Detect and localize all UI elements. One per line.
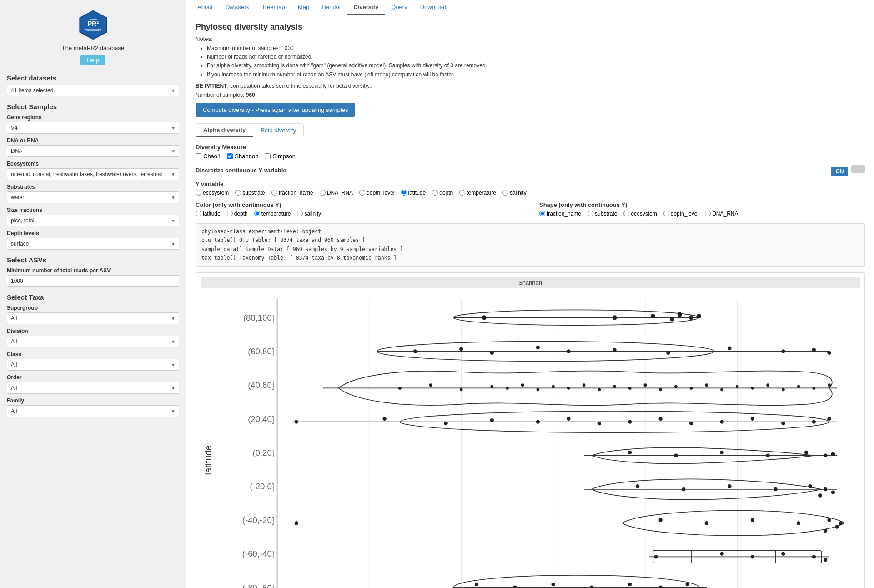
shannon-checkbox-label[interactable]: Shannon bbox=[227, 153, 258, 160]
num-samples-text: Number of samples: 960 bbox=[196, 92, 865, 98]
chao1-checkbox-label[interactable]: Chao1 bbox=[196, 153, 221, 160]
y-salinity-radio[interactable] bbox=[502, 190, 508, 196]
order-label: Order bbox=[7, 374, 179, 381]
tab-treemap[interactable]: Treemap bbox=[255, 0, 291, 15]
shannon-checkbox[interactable] bbox=[227, 153, 233, 159]
svg-text:(0,20]: (0,20] bbox=[252, 448, 274, 457]
tab-barplot[interactable]: Barplot bbox=[316, 0, 347, 15]
shape-fraction-label[interactable]: fraction_name bbox=[539, 211, 581, 217]
min-reads-input[interactable] bbox=[7, 275, 179, 287]
svg-point-108 bbox=[636, 484, 639, 488]
sub-tabs: Alpha diversity Beta diversity bbox=[196, 123, 304, 137]
datasets-select[interactable]: 41 items selected bbox=[7, 85, 179, 96]
y-substrate-radio[interactable] bbox=[235, 190, 241, 196]
svg-point-85 bbox=[382, 417, 386, 421]
chao1-checkbox[interactable] bbox=[196, 153, 201, 159]
y-salinity-label[interactable]: salinity bbox=[502, 190, 527, 196]
svg-point-144 bbox=[685, 583, 689, 586]
y-depth-radio[interactable] bbox=[432, 190, 438, 196]
sub-tab-alpha[interactable]: Alpha diversity bbox=[196, 124, 253, 137]
svg-point-130 bbox=[654, 555, 658, 558]
ecosystems-select[interactable]: oceanic, coastal, freshwater lakes, fres… bbox=[7, 168, 179, 180]
shape-ecosystem-label[interactable]: ecosystem bbox=[623, 211, 657, 217]
y-depth-level-radio[interactable] bbox=[359, 190, 365, 196]
svg-point-118 bbox=[658, 518, 662, 522]
class-label: Class bbox=[7, 351, 179, 357]
y-depth-label[interactable]: depth bbox=[432, 190, 453, 196]
color-depth-radio[interactable] bbox=[227, 211, 233, 216]
class-select[interactable]: All bbox=[7, 359, 179, 371]
y-latitude-radio[interactable] bbox=[401, 190, 407, 196]
svg-point-100 bbox=[628, 451, 632, 454]
shape-ecosystem-radio[interactable] bbox=[623, 211, 629, 216]
dna-rna-select[interactable]: DNA bbox=[7, 145, 179, 157]
svg-point-64 bbox=[567, 387, 570, 390]
division-select[interactable]: All bbox=[7, 336, 179, 347]
toggle-on-button[interactable]: ON bbox=[831, 167, 848, 176]
color-depth-label[interactable]: depth bbox=[227, 211, 248, 217]
substrates-select[interactable]: water bbox=[7, 191, 179, 203]
y-fraction-radio[interactable] bbox=[271, 190, 277, 196]
size-fractions-label: Size fractions bbox=[7, 207, 179, 213]
svg-point-140 bbox=[551, 583, 555, 586]
color-shape-section: Color (only with continuous Y) latitude … bbox=[196, 201, 865, 219]
color-salinity-radio[interactable] bbox=[297, 211, 303, 216]
y-ecosystem-label[interactable]: ecosystem bbox=[196, 190, 229, 196]
supergroup-select[interactable]: All bbox=[7, 312, 179, 324]
simpson-checkbox[interactable] bbox=[265, 153, 271, 159]
svg-point-80 bbox=[812, 387, 815, 390]
tab-query[interactable]: Query bbox=[385, 0, 413, 15]
shape-dna-rna-radio[interactable] bbox=[705, 211, 711, 216]
shape-depth-level-radio[interactable] bbox=[663, 211, 669, 216]
order-select[interactable]: All bbox=[7, 382, 179, 394]
svg-text:(40,60]: (40,60] bbox=[248, 380, 274, 390]
tab-download[interactable]: Download bbox=[414, 0, 453, 15]
svg-point-110 bbox=[728, 484, 731, 488]
family-select[interactable]: All bbox=[7, 405, 179, 417]
shape-fraction-radio[interactable] bbox=[539, 211, 545, 216]
tab-about[interactable]: About bbox=[191, 0, 219, 15]
svg-point-131 bbox=[720, 552, 723, 555]
color-latitude-radio[interactable] bbox=[196, 211, 201, 216]
shape-substrate-radio[interactable] bbox=[588, 211, 593, 216]
help-button[interactable]: Help bbox=[80, 55, 105, 65]
y-fraction-label[interactable]: fraction_name bbox=[271, 190, 313, 196]
gene-regions-select[interactable]: V4 bbox=[7, 122, 179, 134]
family-select-wrapper: All ▼ bbox=[7, 405, 179, 417]
shape-dna-rna-label[interactable]: DNA_RNA bbox=[705, 211, 738, 217]
logo-title: The metaPR2 database bbox=[7, 45, 179, 51]
svg-point-44 bbox=[413, 349, 417, 353]
y-dna-rna-radio[interactable] bbox=[320, 190, 326, 196]
y-temperature-radio[interactable] bbox=[459, 190, 465, 196]
y-substrate-label[interactable]: substrate bbox=[235, 190, 265, 196]
sub-tab-beta[interactable]: Beta diversity bbox=[253, 124, 303, 137]
tab-map[interactable]: Map bbox=[291, 0, 316, 15]
color-temperature-label[interactable]: temperature bbox=[254, 211, 291, 217]
y-ecosystem-radio[interactable] bbox=[196, 190, 201, 196]
toggle-group: ON bbox=[831, 165, 865, 176]
size-fractions-select[interactable]: pico, total bbox=[7, 215, 179, 226]
shape-substrate-label[interactable]: substrate bbox=[588, 211, 617, 217]
be-patient-text: BE PATIENTBE PATIENT, computation takes … bbox=[196, 83, 865, 89]
svg-point-109 bbox=[682, 487, 685, 491]
color-salinity-label[interactable]: salinity bbox=[297, 211, 321, 217]
depth-levels-select[interactable]: surface bbox=[7, 238, 179, 250]
compute-diversity-button[interactable]: Compute diversity - Press again after up… bbox=[196, 103, 355, 117]
color-latitude-label[interactable]: latitude bbox=[196, 211, 221, 217]
svg-point-106 bbox=[831, 452, 835, 456]
svg-point-91 bbox=[628, 420, 632, 423]
svg-point-63 bbox=[552, 385, 555, 388]
svg-point-59 bbox=[490, 385, 493, 388]
tab-datasets[interactable]: Datasets bbox=[219, 0, 255, 15]
y-dna-rna-label[interactable]: DNA_RNA bbox=[320, 190, 353, 196]
y-depth-level-label[interactable]: depth_level bbox=[359, 190, 394, 196]
color-temperature-radio[interactable] bbox=[254, 211, 260, 216]
simpson-checkbox-label[interactable]: Simpson bbox=[265, 153, 296, 160]
logo-icon: meta PR² bbox=[77, 9, 109, 41]
y-temperature-label[interactable]: temperature bbox=[459, 190, 496, 196]
select-datasets-title: Select datasets bbox=[7, 74, 179, 82]
y-latitude-label[interactable]: latitude bbox=[401, 190, 426, 196]
tab-diversity[interactable]: Diversity bbox=[347, 0, 385, 15]
shape-depth-level-label[interactable]: depth_level bbox=[663, 211, 698, 217]
supergroup-label: Supergroup bbox=[7, 305, 179, 311]
